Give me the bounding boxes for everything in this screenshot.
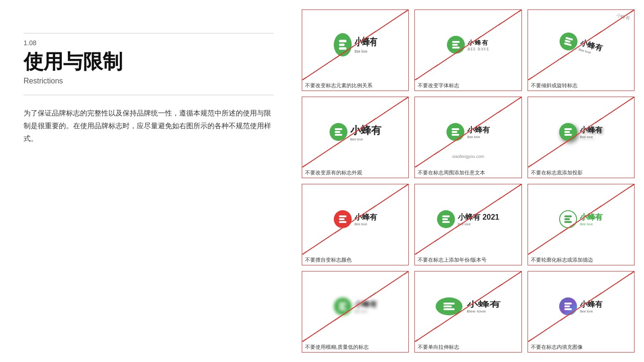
top-divider xyxy=(24,33,273,33)
caption-7: 不要擅自变标志颜色 xyxy=(302,255,408,265)
right-panel: 小蜂有 Bee love 不要改变标志元素的比例关系 xyxy=(297,0,644,362)
example-box-4: 小蜂有 Bee love 不要改变原有的标志外观 xyxy=(302,97,409,178)
section-number: 1.08 xyxy=(24,39,273,47)
example-box-11: 小蜂有 Bee love 不要单向拉伸标志 xyxy=(414,271,521,353)
caption-2: 不要改变字体标志 xyxy=(415,80,521,90)
caption-4: 不要改变原有的标志外观 xyxy=(302,167,408,178)
example-box-3: 小蜂有 Bee love 小蜂有 不要倾斜或旋转标志 xyxy=(528,9,635,91)
examples-grid: 小蜂有 Bee love 不要改变标志元素的比例关系 xyxy=(302,9,635,353)
caption-6: 不要在标志底添加投影 xyxy=(528,167,634,178)
caption-8: 不要在标志上添加年份/版本号 xyxy=(415,255,521,265)
example-box-6: 小蜂有 Bee love 不要在标志底添加投影 xyxy=(528,97,635,178)
left-panel: 1.08 使用与限制 Restrictions 为了保证品牌标志的完整性以及保持… xyxy=(0,0,297,362)
caption-10: 不要使用模糊,质量低的标志 xyxy=(302,342,408,352)
section-title-en: Restrictions xyxy=(24,77,273,85)
caption-3: 不要倾斜或旋转标志 xyxy=(528,80,634,90)
section-title-zh: 使用与限制 xyxy=(24,49,273,75)
description-text: 为了保证品牌标志的完整性以及保持品牌统一性，遵循本规范中所述的使用与限制是很重要… xyxy=(24,107,273,145)
example-box-7: 小蜂有 Bee love 不要擅自变标志颜色 xyxy=(302,184,409,265)
example-box-10: 小蜂有 Bee love 不要使用模糊,质量低的标志 xyxy=(302,271,409,353)
bottom-divider xyxy=(24,95,273,95)
example-box-1: 小蜂有 Bee love 不要改变标志元素的比例关系 xyxy=(302,9,409,91)
example-box-2: 小蜂有 BEE HAVE 不要改变字体标志 xyxy=(414,9,521,91)
caption-5: 不要在标志周围添加任意文本 xyxy=(415,167,521,178)
caption-12: 不要在标志内填充图像 xyxy=(528,342,634,352)
caption-11: 不要单向拉伸标志 xyxy=(415,342,521,352)
example-box-9: 小蜂有 Bee love 不要轮廓化标志或添加描边 xyxy=(528,184,635,265)
example-box-8: 小蜂有 2021 Bee love 不要在标志上添加年份/版本号 xyxy=(414,184,521,265)
caption-1: 不要改变标志元素的比例关系 xyxy=(302,80,408,90)
example-box-12: 小蜂有 Bee love 不要在标志内填充图像 xyxy=(528,271,635,353)
caption-9: 不要轮廓化标志或添加描边 xyxy=(528,255,634,265)
example-box-5: 小蜂有 Bee love xiaofengyou.com 不要在标志周围添加任意… xyxy=(414,97,521,178)
